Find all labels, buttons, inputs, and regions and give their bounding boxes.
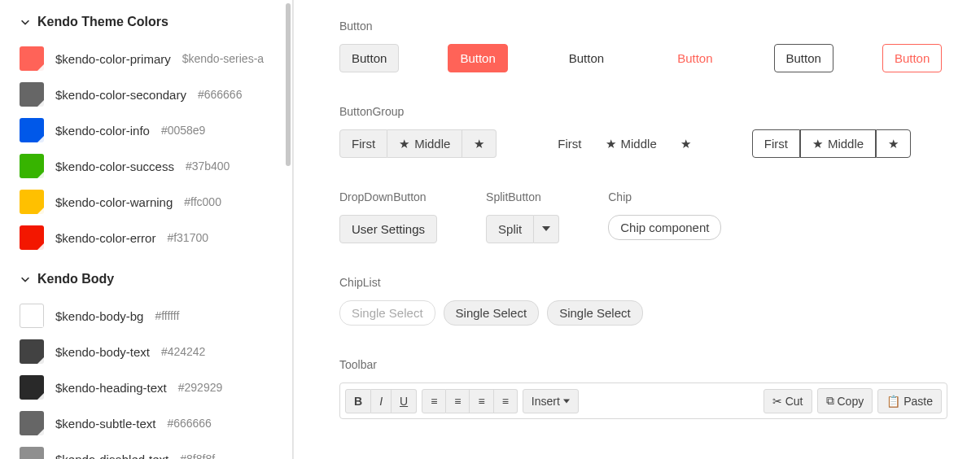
star-icon: ★ bbox=[399, 138, 409, 150]
color-hex-value: #424242 bbox=[161, 345, 206, 358]
color-swatch[interactable] bbox=[20, 225, 44, 250]
section-header-body[interactable]: Kendo Body bbox=[20, 264, 279, 298]
color-hex-value: #8f8f8f bbox=[180, 452, 215, 459]
italic-button[interactable]: I bbox=[371, 389, 392, 413]
color-hex-value: #ffc000 bbox=[184, 195, 221, 208]
color-row[interactable]: $kendo-disabled-text#8f8f8f bbox=[20, 441, 279, 459]
color-swatch[interactable] bbox=[20, 46, 44, 71]
seg-first[interactable]: First bbox=[752, 129, 800, 158]
star-icon: ★ bbox=[888, 138, 899, 150]
align-right-button[interactable]: ≡ bbox=[470, 389, 493, 413]
chip-option[interactable]: Single Select bbox=[444, 300, 540, 326]
color-swatch[interactable] bbox=[20, 304, 44, 328]
color-hex-value: #0058e9 bbox=[161, 124, 206, 137]
buttongroup-outline[interactable]: First ★Middle ★ bbox=[752, 129, 911, 158]
buttongroup-block: ButtonGroup First ★Middle ★ First ★Middl… bbox=[339, 105, 947, 158]
seg-middle[interactable]: ★Middle bbox=[594, 129, 669, 158]
color-row[interactable]: $kendo-heading-text#292929 bbox=[20, 369, 279, 405]
color-variable-name: $kendo-body-bg bbox=[55, 309, 143, 323]
paste-icon: 📋 bbox=[886, 395, 900, 408]
color-swatch[interactable] bbox=[20, 447, 44, 459]
button-solid-primary[interactable]: Button bbox=[448, 44, 507, 72]
seg-last[interactable]: ★ bbox=[462, 129, 497, 158]
align-justify-button[interactable]: ≡ bbox=[494, 389, 518, 413]
block-title: SplitButton bbox=[486, 190, 559, 203]
chevron-down-icon bbox=[20, 16, 31, 28]
star-icon: ★ bbox=[680, 138, 691, 150]
color-variable-name: $kendo-disabled-text bbox=[55, 452, 168, 460]
color-swatch[interactable] bbox=[20, 154, 44, 178]
sidebar: Kendo Theme Colors $kendo-color-primary$… bbox=[0, 0, 293, 459]
caret-down-icon bbox=[542, 225, 550, 233]
button-flat-base[interactable]: Button bbox=[557, 44, 616, 72]
paste-button[interactable]: 📋 Paste bbox=[877, 389, 942, 413]
dropdown-split-chip-block: DropDownButton User Settings SplitButton… bbox=[339, 190, 947, 243]
button-block: Button Button Button Button Button Butto… bbox=[339, 20, 947, 72]
split-arrow[interactable] bbox=[534, 215, 559, 243]
cut-button[interactable]: ✂ Cut bbox=[763, 389, 812, 413]
color-row[interactable]: $kendo-body-bg#ffffff bbox=[20, 298, 279, 334]
color-row[interactable]: $kendo-color-secondary#666666 bbox=[20, 76, 279, 112]
color-hex-value: $kendo-series-a bbox=[182, 52, 264, 65]
block-title: Toolbar bbox=[339, 358, 947, 371]
copy-icon: ⧉ bbox=[826, 394, 834, 408]
bold-button[interactable]: B bbox=[345, 389, 371, 413]
color-row[interactable]: $kendo-color-info#0058e9 bbox=[20, 112, 279, 148]
dropdown-button[interactable]: User Settings bbox=[339, 215, 437, 243]
scrollbar-thumb[interactable] bbox=[286, 3, 291, 166]
seg-first[interactable]: First bbox=[545, 129, 593, 158]
seg-first[interactable]: First bbox=[339, 129, 387, 158]
seg-last[interactable]: ★ bbox=[876, 129, 911, 158]
block-title: Button bbox=[339, 20, 947, 33]
color-variable-name: $kendo-color-secondary bbox=[55, 88, 186, 102]
color-row[interactable]: $kendo-body-text#424242 bbox=[20, 334, 279, 369]
color-row[interactable]: $kendo-subtle-text#666666 bbox=[20, 405, 279, 441]
color-variable-name: $kendo-color-primary bbox=[55, 52, 171, 66]
color-swatch[interactable] bbox=[20, 339, 44, 364]
color-row[interactable]: $kendo-color-error#f31700 bbox=[20, 220, 279, 256]
color-row[interactable]: $kendo-color-primary$kendo-series-a bbox=[20, 41, 279, 76]
color-variable-name: $kendo-body-text bbox=[55, 345, 150, 359]
seg-last[interactable]: ★ bbox=[669, 129, 703, 158]
buttongroup-flat[interactable]: First ★Middle ★ bbox=[545, 129, 702, 158]
section-title: Kendo Body bbox=[37, 272, 114, 286]
color-row[interactable]: $kendo-color-warning#ffc000 bbox=[20, 184, 279, 220]
insert-dropdown[interactable]: Insert bbox=[523, 389, 579, 413]
section-title: Kendo Theme Colors bbox=[37, 15, 168, 29]
chiplist-block: ChipList Single Select Single Select Sin… bbox=[339, 276, 947, 326]
button-outline-primary[interactable]: Button bbox=[882, 44, 942, 72]
color-swatch[interactable] bbox=[20, 190, 44, 214]
section-header-theme-colors[interactable]: Kendo Theme Colors bbox=[20, 7, 279, 41]
color-hex-value: #f31700 bbox=[167, 231, 208, 244]
seg-middle[interactable]: ★Middle bbox=[800, 129, 876, 158]
chip-option[interactable]: Single Select bbox=[547, 300, 643, 326]
color-swatch[interactable] bbox=[20, 411, 44, 435]
color-swatch[interactable] bbox=[20, 375, 44, 400]
copy-button[interactable]: ⧉ Copy bbox=[817, 388, 873, 413]
caret-down-icon bbox=[563, 398, 570, 404]
align-right-icon: ≡ bbox=[478, 395, 484, 408]
button-outline-base[interactable]: Button bbox=[774, 44, 833, 72]
underline-button[interactable]: U bbox=[392, 389, 417, 413]
cut-icon: ✂ bbox=[772, 395, 782, 408]
color-swatch[interactable] bbox=[20, 118, 44, 142]
button-solid-base[interactable]: Button bbox=[339, 44, 399, 72]
color-row[interactable]: $kendo-color-success#37b400 bbox=[20, 148, 279, 184]
align-justify-icon: ≡ bbox=[502, 395, 509, 408]
align-left-button[interactable]: ≡ bbox=[422, 389, 446, 413]
color-variable-name: $kendo-subtle-text bbox=[55, 417, 155, 431]
split-button[interactable]: Split bbox=[486, 215, 559, 243]
seg-middle[interactable]: ★Middle bbox=[387, 129, 462, 158]
split-main[interactable]: Split bbox=[486, 215, 534, 243]
toolbar: B I U ≡ ≡ ≡ ≡ Insert ✂ Cut ⧉ Copy bbox=[339, 382, 947, 419]
buttongroup-solid[interactable]: First ★Middle ★ bbox=[339, 129, 497, 158]
block-title: DropDownButton bbox=[339, 190, 437, 203]
chip-option[interactable]: Single Select bbox=[339, 300, 435, 326]
color-swatch[interactable] bbox=[20, 82, 44, 107]
align-center-icon: ≡ bbox=[454, 395, 461, 408]
toolbar-block: Toolbar B I U ≡ ≡ ≡ ≡ Insert ✂ Cut bbox=[339, 358, 947, 419]
button-flat-primary[interactable]: Button bbox=[665, 44, 724, 72]
chip-component[interactable]: Chip component bbox=[608, 215, 721, 240]
color-hex-value: #292929 bbox=[178, 381, 223, 394]
align-center-button[interactable]: ≡ bbox=[446, 389, 470, 413]
